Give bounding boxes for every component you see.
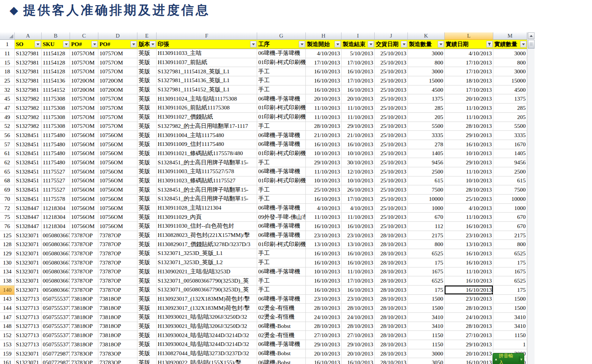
cell-L47[interactable]: 11/10/2013: [445, 104, 493, 113]
cell-C144[interactable]: 73818OP: [70, 304, 98, 313]
row-number-129[interactable]: 129: [0, 249, 15, 258]
cell-D72[interactable]: 10756OM: [98, 204, 137, 213]
cell-G128[interactable]: 01印刷-柯式印刷機: [257, 240, 306, 249]
cell-F68[interactable]: H130911023_條碼貼紙11175527: [157, 176, 257, 186]
cell-E128[interactable]: 英版: [137, 240, 157, 249]
cell-M144[interactable]: 1500: [493, 304, 527, 313]
column-letter-J[interactable]: J: [375, 32, 408, 40]
cell-C153[interactable]: 73818OP: [70, 340, 98, 349]
row-number-52[interactable]: 52: [0, 122, 15, 131]
cell-B144[interactable]: 05075553779: [42, 304, 70, 313]
cell-G45[interactable]: 06啤機-手落啤機: [257, 94, 306, 104]
cell-A144[interactable]: S1327713: [15, 304, 42, 313]
cell-B159[interactable]: 05077298779: [42, 349, 70, 358]
row-number-159[interactable]: 159: [0, 349, 15, 358]
cell-H68[interactable]: 10/10/2013: [306, 176, 341, 186]
cell-J148[interactable]: 28/10/2013: [375, 322, 408, 331]
cell-K161[interactable]: 3050: [408, 358, 445, 364]
cell-K128[interactable]: 800: [408, 240, 445, 249]
cell-I49[interactable]: 11/10/2013: [341, 113, 375, 122]
cell-L72[interactable]: 4/10/2013: [445, 204, 493, 213]
cell-M11[interactable]: 3000: [493, 49, 527, 58]
cell-K138[interactable]: 6525: [408, 276, 445, 286]
ime-mode-label[interactable]: 拼音輸入: [499, 353, 517, 364]
cell-B25[interactable]: 11154136: [42, 76, 70, 85]
cell-M70[interactable]: 10000: [493, 195, 527, 204]
cell-J32[interactable]: 25/10/2013: [375, 85, 408, 95]
filter-dropdown-icon[interactable]: [438, 41, 444, 48]
row-number-138[interactable]: 138: [0, 276, 15, 286]
column-letter-M[interactable]: M: [493, 32, 527, 40]
cell-M56[interactable]: 3335: [493, 131, 527, 140]
cell-K143[interactable]: 1500: [408, 295, 445, 304]
cell-B68[interactable]: 11175527: [42, 176, 70, 186]
cell-J11[interactable]: 25/10/2013: [375, 49, 408, 58]
cell-H45[interactable]: 20/10/2013: [306, 94, 341, 104]
cell-L15[interactable]: 17/10/2013: [445, 58, 493, 67]
cell-G140[interactable]: 手工: [257, 286, 306, 295]
filter-funnel-icon[interactable]: [486, 41, 493, 48]
cell-E72[interactable]: 英版: [137, 204, 157, 213]
cell-I130[interactable]: 16/10/2013: [341, 258, 375, 267]
select-all-corner[interactable]: [0, 32, 15, 40]
cell-G65[interactable]: 06啤機-手落啤機: [257, 167, 306, 176]
row-number-140[interactable]: 140: [0, 286, 15, 295]
cell-J152[interactable]: 28/10/2013: [375, 331, 408, 340]
cell-F143[interactable]: H130923017_(132X183MM)荷包封/擊: [157, 295, 257, 304]
cell-I143[interactable]: 23/10/2013: [341, 295, 375, 304]
cell-D15[interactable]: 10757OM: [98, 58, 137, 67]
cell-H11[interactable]: 4/10/2013: [306, 49, 341, 58]
cell-D62[interactable]: 10756OM: [98, 158, 137, 167]
cell-F144[interactable]: H130923017_(132X183MM)荷包封/擊: [157, 304, 257, 313]
filter-dropdown-icon[interactable]: [368, 41, 374, 48]
cell-B18[interactable]: 11154128: [42, 67, 70, 76]
cell-D144[interactable]: 73818OP: [98, 304, 137, 313]
cell-F161[interactable]: H130920022_咭/貼咭(155X155)/擊: [157, 358, 257, 364]
vertical-scrollbar[interactable]: [527, 32, 535, 364]
cell-K76[interactable]: 112: [408, 222, 445, 231]
cell-K62[interactable]: 9456: [408, 158, 445, 167]
cell-D32[interactable]: 10720OM: [98, 85, 137, 95]
cell-H69[interactable]: 25/10/2013: [306, 185, 341, 195]
cell-I147[interactable]: 24/10/2013: [341, 313, 375, 322]
cell-M138[interactable]: 6525: [493, 276, 527, 286]
cell-E75[interactable]: 英版: [137, 213, 157, 222]
cell-A45[interactable]: S1327982: [15, 94, 42, 104]
cell-A138[interactable]: S1323071: [15, 276, 42, 286]
cell-E52[interactable]: 英版: [137, 122, 157, 131]
cell-E61[interactable]: 英版: [137, 149, 157, 158]
cell-E18[interactable]: 英版: [137, 67, 157, 76]
cell-M152[interactable]: 1150: [493, 331, 527, 340]
cell-B49[interactable]: 11175308: [42, 113, 70, 122]
cell-J161[interactable]: 28/10/2013: [375, 358, 408, 364]
cell-A130[interactable]: S1323071: [15, 258, 42, 267]
row-number-128[interactable]: 128: [0, 240, 15, 249]
cell-L56[interactable]: 29/10/2013: [445, 131, 493, 140]
selected-cell[interactable]: 16/10/2013: [445, 286, 493, 295]
cell-I18[interactable]: 16/10/2013: [341, 67, 375, 76]
cell-C18[interactable]: 10757OM: [70, 67, 98, 76]
cell-J68[interactable]: 25/10/2013: [375, 176, 408, 186]
cell-D68[interactable]: 10756OM: [98, 176, 137, 186]
cell-J153[interactable]: 28/10/2013: [375, 340, 408, 349]
cell-A153[interactable]: S1327713: [15, 340, 42, 349]
cell-K11[interactable]: 3000: [408, 49, 445, 58]
cell-B130[interactable]: 0050803667790: [42, 258, 70, 267]
cell-G15[interactable]: 01印刷-柯式印刷機: [257, 58, 306, 67]
cell-G47[interactable]: 01印刷-柯式印刷機: [257, 104, 306, 113]
cell-I138[interactable]: 17/10/2013: [341, 276, 375, 286]
cell-L32[interactable]: 17/10/2013: [445, 85, 493, 95]
row-number-1[interactable]: 1: [0, 40, 15, 49]
cell-K56[interactable]: 3335: [408, 131, 445, 140]
cell-M128[interactable]: 800: [493, 240, 527, 249]
cell-L161[interactable]: 16/10/2013: [445, 358, 493, 364]
cell-H153[interactable]: 29/10/2013: [306, 340, 341, 349]
cell-H25[interactable]: 16/10/2013: [306, 76, 341, 85]
cell-B161[interactable]: 05077298779: [42, 358, 70, 364]
row-number-143[interactable]: 143: [0, 295, 15, 304]
cell-F138[interactable]: S1323071_0050803667790(3253D)_英: [157, 276, 257, 286]
cell-E153[interactable]: 英版: [137, 340, 157, 349]
cell-C147[interactable]: 73818OP: [70, 313, 98, 322]
cell-M143[interactable]: 1500: [493, 295, 527, 304]
cell-B128[interactable]: 0050803667790: [42, 240, 70, 249]
